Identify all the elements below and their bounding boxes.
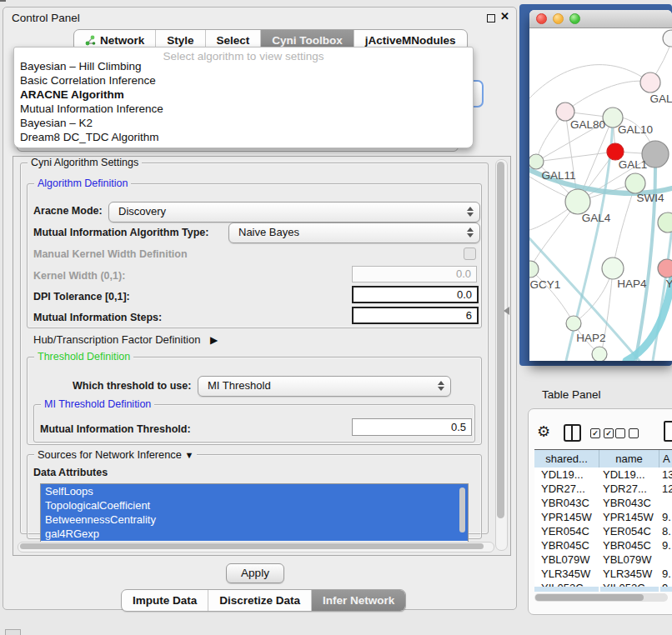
list-item[interactable]: SelfLoops <box>41 484 468 498</box>
group-title: Sources for Network Inference ▼ <box>34 448 197 461</box>
mi-threshold-field[interactable]: 0.5 <box>352 418 472 436</box>
mi-threshold-label: Mutual Information Threshold: <box>40 423 191 435</box>
dropdown-item-selected[interactable]: ARACNE Algorithm <box>20 88 124 102</box>
node-pink-right <box>658 259 672 278</box>
node-gal-partial <box>640 72 660 92</box>
tab-discretize-data[interactable]: Discretize Data <box>208 590 311 611</box>
group-title: Algorithm Definition <box>34 178 131 189</box>
mi-steps-field[interactable]: 6 <box>352 307 479 324</box>
minimized-panel-icon[interactable] <box>5 629 21 635</box>
table-row[interactable]: YDL19... YDL19... 13 <box>534 468 672 482</box>
mi-algorithm-type-combobox[interactable]: Naive Bayes <box>228 222 480 243</box>
dropdown-item[interactable]: Mutual Information Inference <box>20 102 163 116</box>
gear-icon[interactable]: ⚙ <box>537 422 550 441</box>
select-all-icon[interactable]: ✓✓ <box>590 428 614 438</box>
settings-scroll-panel: Cyni Algorithm Settings Algorithm Defini… <box>13 156 511 556</box>
table-horizontal-scrollbar[interactable] <box>534 593 668 602</box>
apply-button[interactable]: Apply <box>226 563 284 583</box>
dpi-tolerance-field[interactable]: 0.0 <box>352 286 479 303</box>
collapse-arrow-icon[interactable]: ▼ <box>184 450 193 460</box>
network-window-titlebar[interactable] <box>529 10 672 28</box>
column-header-shared[interactable]: shared... <box>534 450 599 468</box>
node-partial-top <box>663 30 672 47</box>
dropdown-item[interactable]: Basic Correlation Inference <box>20 73 156 88</box>
table-row[interactable]: YBL079W YBL079W <box>534 552 672 567</box>
corner-artifact <box>0 0 6 2</box>
dropdown-item[interactable]: Bayesian – K2 <box>20 116 93 130</box>
combo-arrows-icon <box>438 380 444 392</box>
combo-arrows-icon <box>467 206 474 218</box>
network-canvas[interactable]: GAL GAL80 GAL10 GAL1 GAL11 SWI4 GAL4 GCY… <box>529 28 672 361</box>
which-threshold-combobox[interactable]: MI Threshold <box>198 376 451 397</box>
node-label: GAL10 <box>618 123 653 136</box>
table-header-row: shared... name A <box>534 449 672 469</box>
network-icon <box>85 35 96 46</box>
column-header-partial[interactable]: A <box>659 450 672 468</box>
close-icon[interactable]: ✕ <box>500 10 509 22</box>
settings-vertical-scrollbar[interactable] <box>495 159 508 551</box>
table-row[interactable]: YBR043C YBR043C <box>534 496 672 510</box>
hub-definition-expander[interactable]: Hub/Transcription Factor Definition ▶ <box>33 333 218 346</box>
tab-infer-network[interactable]: Infer Network <box>311 590 405 611</box>
list-item[interactable]: gal4RGexp <box>41 527 468 541</box>
node-label: GCY1 <box>530 278 561 291</box>
zoom-traffic-light-icon[interactable] <box>569 13 580 24</box>
export-table-icon[interactable] <box>664 421 672 442</box>
dropdown-item[interactable]: Dream8 DC_TDC Algorithm <box>20 130 159 144</box>
mi-type-label: Mutual Information Algorithm Type: <box>33 227 208 238</box>
column-layout-icon[interactable] <box>564 424 581 442</box>
partial-row-highlight <box>600 587 659 592</box>
partial-row-highlight <box>660 587 672 592</box>
tab-impute-data[interactable]: Impute Data <box>122 590 208 611</box>
settings-horizontal-scrollbar[interactable] <box>18 542 494 552</box>
float-window-icon[interactable] <box>487 14 495 22</box>
node-hap2 <box>566 316 581 331</box>
node-label: Y <box>665 278 672 290</box>
table-row[interactable]: YPR145W YPR145W 9. <box>534 510 672 524</box>
panel-title: Control Panel <box>12 12 80 24</box>
close-traffic-light-icon[interactable] <box>536 13 547 24</box>
table-panel-title: Table Panel <box>542 388 601 401</box>
list-item[interactable]: TopologicalCoefficient <box>41 498 468 512</box>
node-label: GAL80 <box>570 118 605 131</box>
network-window-frame: GAL GAL80 GAL10 GAL1 GAL11 SWI4 GAL4 GCY… <box>519 4 672 366</box>
which-threshold-label: Which threshold to use: <box>73 380 191 392</box>
aracne-mode-combobox[interactable]: Discovery <box>108 202 480 222</box>
node-label: HAP4 <box>617 278 647 290</box>
node-partial-right <box>658 212 672 232</box>
node-label: GAL1 <box>619 158 648 171</box>
deselect-all-icon[interactable] <box>615 428 639 438</box>
kernel-width-label: Kernel Width (0,1): <box>33 270 125 282</box>
aracne-mode-label: Aracne Mode: <box>33 205 103 217</box>
dropdown-item[interactable]: Bayesian – Hill Climbing <box>20 59 142 73</box>
kernel-width-field[interactable]: 0.0 <box>352 266 477 282</box>
node-label: GAL4 <box>582 212 611 224</box>
table-row[interactable]: YLR345W YLR345W 9. <box>534 567 672 581</box>
node-label: SWI4 <box>636 192 664 204</box>
mi-steps-label: Mutual Information Steps: <box>33 312 162 323</box>
partial-row-highlight <box>534 587 599 592</box>
table-row[interactable]: YIL052C YIL052C 9 <box>534 581 672 587</box>
group-title: Threshold Definition <box>34 351 133 362</box>
manual-kernel-checkbox[interactable] <box>464 248 476 260</box>
expand-arrow-icon: ▶ <box>210 334 218 346</box>
list-scrollbar[interactable] <box>459 488 465 532</box>
node-gcy1 <box>529 261 539 278</box>
bottom-tab-bar: Impute Data Discretize Data Infer Networ… <box>121 589 406 612</box>
network-window[interactable]: GAL GAL80 GAL10 GAL1 GAL11 SWI4 GAL4 GCY… <box>529 10 672 361</box>
table-row[interactable]: YER054C YER054C 8. <box>534 524 672 538</box>
list-item[interactable]: BetweennessCentrality <box>41 512 468 527</box>
splitter-collapse-arrow-icon[interactable] <box>504 307 509 315</box>
node-swi4 <box>625 173 645 193</box>
column-header-name[interactable]: name <box>599 450 659 468</box>
node-gal11 <box>529 154 544 169</box>
minimize-traffic-light-icon[interactable] <box>553 13 564 24</box>
node-label: HAP2 <box>576 332 605 344</box>
table-row[interactable]: YDR27... YDR27... 12 <box>534 482 672 496</box>
algorithm-dropdown: Select algorithm to view settings Bayesi… <box>13 47 474 148</box>
group-title: MI Threshold Definition <box>41 398 154 410</box>
table-row[interactable]: YBR045C YBR045C 9. <box>534 538 672 552</box>
node-label: GAL <box>649 92 672 105</box>
node-hap4 <box>602 258 624 279</box>
node-partial-bottom <box>592 347 607 361</box>
